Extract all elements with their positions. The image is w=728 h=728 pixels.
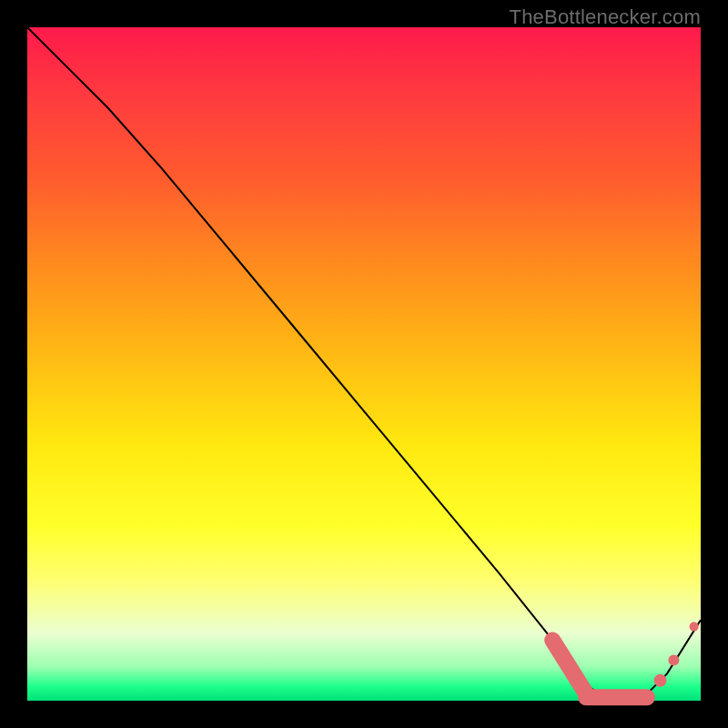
chart-overlay	[27, 27, 701, 701]
chart-canvas: TheBottlenecker.com	[0, 0, 728, 728]
highlight-dot-3	[690, 622, 699, 632]
bottleneck-curve	[27, 27, 701, 701]
plot-area	[27, 27, 701, 701]
marker-layer	[552, 622, 698, 698]
highlight-dot-1	[654, 674, 667, 687]
highlight-dot-2	[668, 655, 679, 666]
attribution-text: TheBottlenecker.com	[510, 5, 701, 29]
highlight-cap-left	[552, 640, 586, 693]
